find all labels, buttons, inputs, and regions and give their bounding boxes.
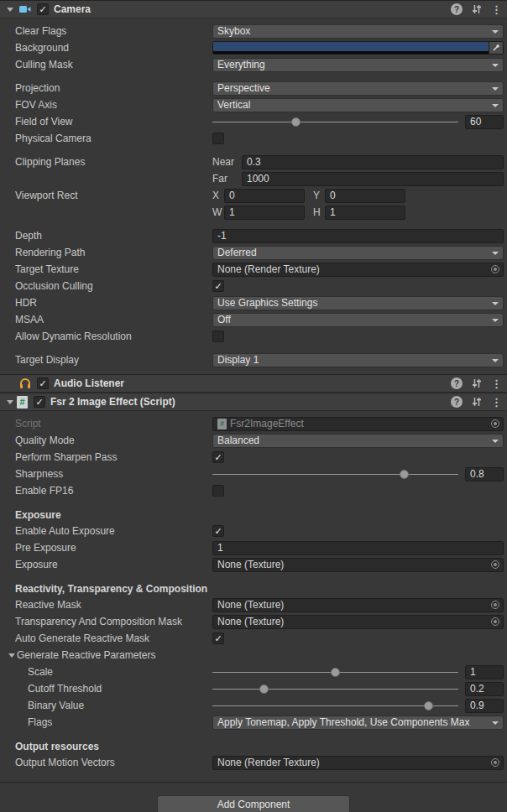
flags-row: Flags Apply Tonemap, Apply Threshold, Us… (0, 714, 507, 731)
script-row: Script # Fsr2ImageEffect (0, 415, 507, 432)
color-swatch[interactable] (213, 42, 489, 54)
camera-enabled-checkbox[interactable]: ✓ (37, 3, 49, 15)
presets-icon[interactable] (471, 396, 483, 408)
viewport-h-field[interactable]: 1 (325, 206, 405, 220)
reactive-mask-object-field[interactable]: None (Texture) (212, 598, 504, 612)
audio-listener-enabled-checkbox[interactable]: ✓ (37, 377, 49, 389)
physical-camera-checkbox[interactable] (212, 133, 224, 144)
hdr-dropdown[interactable]: Use Graphics Settings (212, 296, 504, 310)
exposure-object-field[interactable]: None (Texture) (212, 558, 504, 572)
scale-value[interactable]: 1 (465, 665, 504, 679)
msaa-dropdown[interactable]: Off (212, 313, 504, 327)
slider-track[interactable] (212, 474, 458, 475)
transparency-mask-object-field[interactable]: None (Texture) (212, 615, 504, 629)
far-field[interactable]: 1000 (242, 172, 504, 186)
output-motion-vectors-object-field[interactable]: None (Render Texture) (212, 756, 504, 770)
target-texture-object-field[interactable]: None (Render Texture) (212, 263, 504, 277)
fov-axis-row: FOV Axis Vertical (0, 96, 507, 113)
quality-mode-label: Quality Mode (15, 435, 212, 446)
fov-axis-label: FOV Axis (15, 99, 212, 111)
fov-axis-dropdown[interactable]: Vertical (212, 98, 504, 112)
transparency-mask-row: Transparency And Composition Mask None (… (0, 613, 507, 630)
presets-icon[interactable] (471, 3, 483, 15)
camera-component-header[interactable]: ✓ Camera ? ⋮ (0, 0, 507, 18)
exposure-row: Exposure None (Texture) (0, 556, 507, 573)
object-picker-icon[interactable] (491, 758, 499, 767)
chevron-down-icon (492, 30, 499, 34)
near-field[interactable]: 0.3 (242, 155, 504, 169)
fsr2-component-header[interactable]: # ✓ Fsr 2 Image Effect (Script) ? ⋮ (0, 393, 507, 411)
object-picker-icon[interactable] (491, 265, 499, 273)
object-picker-icon[interactable] (491, 419, 499, 428)
more-menu-icon[interactable]: ⋮ (491, 3, 502, 16)
perform-sharpen-pass-checkbox[interactable]: ✓ (212, 451, 224, 463)
field-of-view-value[interactable]: 60 (465, 115, 504, 129)
pre-exposure-field[interactable]: 1 (212, 541, 504, 555)
target-display-dropdown[interactable]: Display 1 (212, 353, 504, 367)
flags-dropdown[interactable]: Apply Tonemap, Apply Threshold, Use Comp… (212, 716, 504, 730)
rendering-path-dropdown[interactable]: Deferred (212, 246, 504, 260)
quality-mode-dropdown[interactable]: Balanced (212, 434, 504, 448)
viewport-rect-xy-row: Viewport Rect X 0 Y 0 (0, 187, 507, 204)
foldout-arrow-icon[interactable] (8, 653, 15, 658)
help-icon[interactable]: ? (451, 377, 463, 389)
component-title: Fsr 2 Image Effect (Script) (50, 396, 175, 408)
depth-field[interactable]: -1 (212, 229, 504, 243)
more-menu-icon[interactable]: ⋮ (491, 396, 502, 409)
presets-icon[interactable] (471, 377, 483, 389)
field-of-view-slider[interactable] (212, 115, 458, 129)
binary-value-value[interactable]: 0.9 (465, 699, 504, 713)
fsr2-enabled-checkbox[interactable]: ✓ (34, 396, 45, 408)
more-menu-icon[interactable]: ⋮ (491, 377, 502, 390)
object-picker-icon[interactable] (491, 601, 499, 609)
eyedropper-button[interactable] (489, 42, 503, 54)
sharpness-slider[interactable] (212, 467, 458, 481)
occlusion-culling-checkbox[interactable]: ✓ (212, 280, 224, 292)
slider-handle[interactable] (331, 668, 340, 677)
generate-reactive-parameters-row[interactable]: Generate Reactive Parameters (0, 647, 507, 664)
slider-handle[interactable] (259, 684, 269, 694)
audio-listener-component-header[interactable]: ✓ Audio Listener ? ⋮ (0, 374, 507, 393)
slider-handle[interactable] (400, 470, 409, 479)
viewport-x-field[interactable]: 0 (224, 189, 305, 203)
viewport-w-field[interactable]: 1 (224, 206, 305, 220)
output-motion-vectors-label: Output Motion Vectors (15, 757, 212, 768)
camera-body: Clear Flags Skybox Background Culling M (0, 18, 507, 374)
sharpness-value[interactable]: 0.8 (465, 467, 504, 481)
slider-handle[interactable] (291, 117, 301, 127)
cutoff-threshold-value[interactable]: 0.2 (465, 682, 504, 696)
auto-generate-reactive-mask-label: Auto Generate Reactive Mask (15, 632, 212, 644)
foldout-arrow-icon[interactable] (7, 400, 13, 404)
clear-flags-dropdown[interactable]: Skybox (212, 24, 504, 39)
script-icon: # (17, 396, 28, 409)
enable-fp16-checkbox[interactable] (212, 485, 224, 497)
allow-dynamic-resolution-checkbox[interactable] (212, 331, 224, 342)
chevron-down-icon (492, 87, 499, 91)
cutoff-threshold-slider[interactable] (212, 682, 458, 696)
slider-track[interactable] (212, 689, 458, 690)
slider-track[interactable] (212, 122, 458, 122)
exposure-section-header: Exposure (0, 508, 507, 523)
inspector-footer: Add Component (0, 782, 507, 812)
auto-generate-reactive-mask-checkbox[interactable]: ✓ (212, 632, 224, 644)
far-label: Far (212, 173, 242, 185)
transparency-mask-label: Transparency And Composition Mask (15, 616, 212, 627)
object-picker-icon[interactable] (491, 560, 499, 569)
binary-value-slider[interactable] (212, 699, 458, 713)
foldout-arrow-icon[interactable] (7, 8, 13, 12)
object-picker-icon[interactable] (491, 617, 499, 626)
projection-dropdown[interactable]: Perspective (212, 81, 504, 96)
enable-auto-exposure-checkbox[interactable]: ✓ (212, 525, 224, 537)
scale-slider[interactable] (212, 665, 458, 679)
slider-handle[interactable] (424, 701, 433, 710)
help-icon[interactable]: ? (451, 3, 463, 15)
viewport-y-field[interactable]: 0 (325, 189, 405, 203)
chevron-down-icon (492, 359, 499, 362)
fsr2-body: Script # Fsr2ImageEffect Quality Mode Ba… (0, 411, 507, 777)
background-color-field[interactable] (212, 41, 504, 55)
slider-track[interactable] (212, 705, 458, 706)
add-component-button[interactable]: Add Component (157, 795, 350, 812)
culling-mask-dropdown[interactable]: Everything (212, 58, 504, 72)
output-motion-vectors-row: Output Motion Vectors None (Render Textu… (0, 754, 507, 771)
help-icon[interactable]: ? (451, 396, 463, 408)
